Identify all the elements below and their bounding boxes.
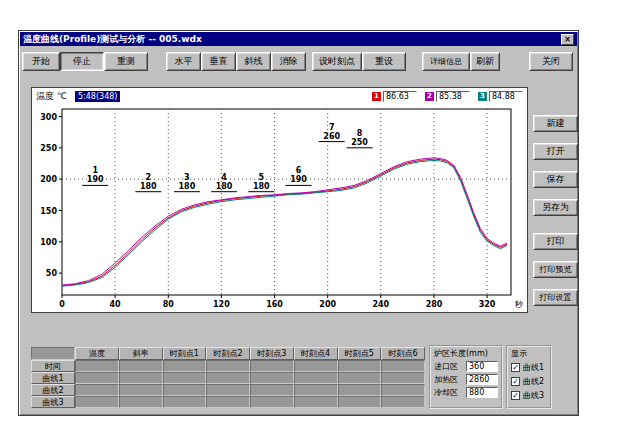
cooling-zone-label: 冷却区 bbox=[434, 387, 458, 398]
save-as-button[interactable]: 另存为 bbox=[533, 199, 578, 216]
table-col-header: 斜率 bbox=[119, 347, 163, 360]
svg-text:200: 200 bbox=[40, 175, 57, 184]
table-cell bbox=[381, 360, 425, 372]
close-button[interactable]: 关闭 bbox=[529, 52, 573, 71]
table-cell bbox=[206, 372, 250, 384]
svg-text:150: 150 bbox=[40, 207, 57, 216]
svg-text:190: 190 bbox=[87, 175, 104, 184]
svg-text:80: 80 bbox=[163, 300, 175, 309]
svg-text:160: 160 bbox=[266, 300, 283, 309]
checkbox-checked-icon: ✓ bbox=[511, 377, 520, 386]
print-setup-button[interactable]: 打印设置 bbox=[533, 289, 578, 306]
table-cell bbox=[163, 396, 207, 408]
display-panel-title: 显示 bbox=[508, 347, 550, 359]
start-button[interactable]: 开始 bbox=[22, 52, 60, 71]
svg-text:4: 4 bbox=[221, 173, 227, 182]
svg-text:280: 280 bbox=[426, 300, 443, 309]
table-cell bbox=[250, 396, 294, 408]
curve1-checkbox[interactable]: ✓ 曲线1 bbox=[511, 362, 549, 373]
table-cell bbox=[338, 372, 382, 384]
table-cell bbox=[206, 396, 250, 408]
table-cell bbox=[338, 396, 382, 408]
refresh-button[interactable]: 刷新 bbox=[470, 52, 500, 71]
vertical-line-button[interactable]: 垂直 bbox=[201, 52, 236, 71]
temperature-unit-label: 温度 ℃ bbox=[36, 90, 67, 103]
table-row-header: 曲线2 bbox=[31, 384, 75, 396]
svg-text:7: 7 bbox=[329, 123, 335, 132]
svg-text:320: 320 bbox=[479, 300, 496, 309]
checkbox-checked-icon: ✓ bbox=[511, 363, 520, 372]
new-button[interactable]: 新建 bbox=[533, 115, 578, 132]
chart-box: 温度 ℃ 5:48(348) 1 86.63 2 85.38 3 84.88 0… bbox=[31, 87, 528, 313]
legend-item-curve1: 1 86.63 bbox=[372, 91, 417, 102]
svg-text:180: 180 bbox=[216, 182, 233, 191]
erase-button[interactable]: 消除 bbox=[271, 52, 306, 71]
inlet-zone-input[interactable]: 360 bbox=[466, 361, 498, 372]
curve3-checkbox[interactable]: ✓ 曲线3 bbox=[511, 390, 549, 401]
table-col-header: 时刻点2 bbox=[206, 347, 250, 360]
curve1-color-icon: 1 bbox=[372, 92, 381, 101]
heating-zone-input[interactable]: 2860 bbox=[466, 374, 498, 385]
svg-text:250: 250 bbox=[351, 138, 368, 147]
app-window: 温度曲线(Profile)测试与分析 -- 005.wdx × 开始 停止 重测… bbox=[18, 30, 579, 416]
table-cell bbox=[206, 360, 250, 372]
table-cell bbox=[381, 384, 425, 396]
table-cell bbox=[75, 372, 119, 384]
table-cell bbox=[381, 396, 425, 408]
table-col-header: 时刻点6 bbox=[381, 347, 425, 360]
open-button[interactable]: 打开 bbox=[533, 143, 578, 160]
title-bar[interactable]: 温度曲线(Profile)测试与分析 -- 005.wdx × bbox=[20, 32, 577, 46]
table-cell bbox=[294, 384, 338, 396]
table-cell bbox=[206, 384, 250, 396]
data-table: 温度斜率时刻点1时刻点2时刻点3时刻点4时刻点5时刻点6时间曲线1曲线2曲线3 bbox=[31, 347, 425, 408]
table-cell bbox=[294, 360, 338, 372]
table-cell bbox=[119, 372, 163, 384]
chart-header: 温度 ℃ 5:48(348) 1 86.63 2 85.38 3 84.88 bbox=[32, 88, 527, 103]
table-col-header: 时刻点4 bbox=[294, 347, 338, 360]
cooling-zone-input[interactable]: 880 bbox=[466, 387, 498, 398]
table-row-header: 曲线1 bbox=[31, 372, 75, 384]
toolbar: 开始 停止 重测 水平 垂直 斜线 消除 设时刻点 重设 详细信息 刷新 关闭 bbox=[19, 47, 578, 73]
curve3-value: 84.88 bbox=[489, 91, 523, 102]
curve2-checkbox[interactable]: ✓ 曲线2 bbox=[511, 376, 549, 387]
curve3-checkbox-label: 曲线3 bbox=[523, 390, 544, 401]
legend-item-curve2: 2 85.38 bbox=[425, 91, 470, 102]
curve2-value: 85.38 bbox=[436, 91, 470, 102]
curve2-checkbox-label: 曲线2 bbox=[523, 376, 544, 387]
table-col-header: 温度 bbox=[75, 347, 119, 360]
legend-item-curve3: 3 84.88 bbox=[478, 91, 523, 102]
svg-text:50: 50 bbox=[46, 269, 58, 278]
table-cell bbox=[119, 384, 163, 396]
set-timepoint-button[interactable]: 设时刻点 bbox=[312, 52, 362, 71]
table-cell bbox=[75, 360, 119, 372]
reset-button[interactable]: 重设 bbox=[362, 52, 406, 71]
horizontal-line-button[interactable]: 水平 bbox=[166, 52, 201, 71]
save-button[interactable]: 保存 bbox=[533, 171, 578, 188]
table-cell bbox=[294, 372, 338, 384]
table-cell bbox=[294, 396, 338, 408]
legend: 1 86.63 2 85.38 3 84.88 bbox=[372, 91, 523, 102]
heating-zone-label: 加热区 bbox=[434, 374, 458, 385]
svg-text:100: 100 bbox=[40, 238, 57, 247]
details-button[interactable]: 详细信息 bbox=[422, 52, 470, 71]
svg-text:0: 0 bbox=[59, 300, 65, 309]
table-cell bbox=[338, 384, 382, 396]
stop-button[interactable]: 停止 bbox=[60, 52, 104, 71]
profile-chart-svg[interactable]: 0408012016020024028032050100150200250300… bbox=[32, 103, 527, 312]
svg-text:3: 3 bbox=[184, 173, 190, 182]
close-icon[interactable]: × bbox=[561, 34, 574, 45]
svg-text:2: 2 bbox=[146, 173, 152, 182]
table-cell bbox=[119, 396, 163, 408]
table-cell bbox=[250, 360, 294, 372]
svg-text:1: 1 bbox=[92, 166, 98, 175]
print-preview-button[interactable]: 打印预览 bbox=[533, 261, 578, 278]
table-cell bbox=[163, 372, 207, 384]
slope-line-button[interactable]: 斜线 bbox=[236, 52, 271, 71]
svg-text:200: 200 bbox=[319, 300, 336, 309]
time-readout: 5:48(348) bbox=[75, 91, 120, 102]
furnace-field-heating: 加热区 2860 bbox=[431, 374, 501, 385]
furnace-panel-title: 炉区长度(mm) bbox=[431, 347, 501, 359]
svg-text:8: 8 bbox=[357, 129, 363, 138]
print-button[interactable]: 打印 bbox=[533, 233, 578, 250]
retest-button[interactable]: 重测 bbox=[104, 52, 148, 71]
